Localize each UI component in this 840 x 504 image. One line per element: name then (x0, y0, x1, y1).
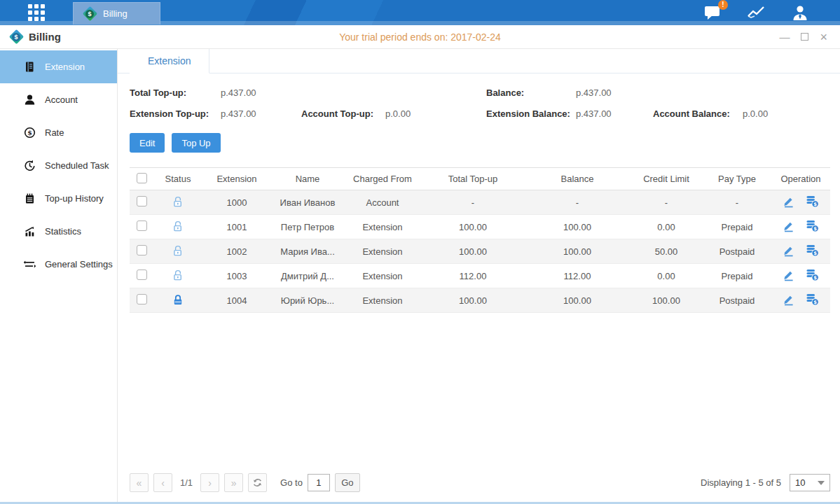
edit-row-icon[interactable] (783, 269, 794, 281)
action-buttons: Edit Top Up (130, 133, 840, 153)
next-page-button[interactable]: › (200, 473, 219, 492)
edit-button[interactable]: Edit (130, 133, 165, 153)
tab-bar: Extension (118, 49, 840, 74)
extension-table: Status Extension Name Charged From Total… (130, 167, 830, 313)
sidebar: Extension Account $ Rate Scheduled Task (0, 49, 118, 502)
account-balance-value: p.0.00 (743, 108, 830, 119)
edit-row-icon[interactable] (783, 220, 794, 232)
sidebar-item-rate[interactable]: $ Rate (0, 116, 117, 149)
taskbar-tab-billing[interactable]: $ Billing (73, 2, 160, 24)
apps-grid-icon[interactable] (0, 4, 73, 21)
total-topup-value: p.437.00 (221, 88, 301, 98)
billing-app-icon: $ (82, 6, 97, 22)
sidebar-item-general-settings[interactable]: General Settings (0, 248, 117, 281)
table-header-row: Status Extension Name Charged From Total… (130, 168, 830, 190)
user-account-icon[interactable] (790, 4, 811, 22)
minimize-icon[interactable]: — (779, 31, 790, 42)
table-row[interactable]: 1000 Иван Иванов Account - - - - (130, 190, 830, 215)
statistics-icon (23, 225, 36, 237)
pagination-bar: « ‹ 1/1 › » Go to Go (118, 473, 840, 502)
status-unlocked-icon (172, 244, 184, 257)
col-credit-limit: Credit Limit (630, 168, 703, 190)
cell-pay-type: Prepaid (703, 264, 771, 288)
maximize-icon[interactable] (801, 33, 808, 41)
cell-credit-limit: - (630, 190, 703, 215)
sidebar-item-scheduled-task[interactable]: Scheduled Task (0, 149, 117, 182)
billing-app-window: $ Billing ! (0, 0, 840, 504)
topup-history-icon (23, 192, 36, 204)
last-page-button[interactable]: » (224, 473, 243, 492)
cell-balance: 100.00 (525, 215, 630, 239)
topup-row-icon[interactable]: $ (806, 219, 819, 232)
cell-credit-limit: 0.00 (630, 215, 703, 239)
table-row[interactable]: 1002 Мария Ива... Extension 100.00 100.0… (130, 239, 830, 264)
system-topbar: $ Billing ! (0, 0, 840, 25)
cell-name: Мария Ива... (271, 239, 344, 264)
window-controls: — × (779, 31, 840, 43)
col-extension: Extension (202, 168, 271, 190)
cell-pay-type: Postpaid (703, 239, 771, 264)
cell-total-topup: 112.00 (421, 264, 525, 288)
table-row[interactable]: 1001 Петр Петров Extension 100.00 100.00… (130, 215, 830, 239)
sidebar-item-extension[interactable]: Extension (0, 50, 117, 83)
window-title: Billing (29, 31, 61, 43)
col-total-topup: Total Top-up (421, 168, 525, 190)
sidebar-item-account[interactable]: Account (0, 83, 117, 116)
extension-topup-label: Extension Top-up: (130, 108, 221, 119)
cell-total-topup: 100.00 (421, 215, 525, 239)
svg-text:$: $ (813, 202, 817, 207)
table-row[interactable]: 1004 Юрий Юрь... Extension 100.00 100.00… (130, 288, 830, 313)
table-row[interactable]: 1003 Дмитрий Д... Extension 112.00 112.0… (130, 264, 830, 288)
row-checkbox[interactable] (137, 270, 147, 280)
account-topup-label: Account Top-up: (301, 108, 385, 119)
edit-row-icon[interactable] (783, 244, 794, 257)
svg-text:$: $ (813, 226, 817, 232)
topup-button[interactable]: Top Up (172, 133, 220, 153)
row-checkbox[interactable] (137, 220, 147, 231)
account-topup-value: p.0.00 (385, 108, 486, 119)
cell-extension: 1004 (202, 288, 271, 313)
go-button[interactable]: Go (335, 473, 360, 492)
sidebar-item-label: Top-up History (45, 193, 104, 204)
refresh-button[interactable] (248, 473, 267, 492)
pager: « ‹ 1/1 › » Go to Go (130, 473, 360, 492)
line-chart-glyph (747, 5, 766, 20)
status-locked-icon (172, 293, 184, 306)
svg-text:$: $ (27, 129, 32, 136)
sidebar-item-statistics[interactable]: Statistics (0, 215, 117, 248)
edit-row-icon[interactable] (783, 195, 794, 208)
tab-extension[interactable]: Extension (130, 49, 209, 74)
statistics-chart-icon[interactable] (746, 4, 767, 22)
balance-label: Balance: (486, 88, 576, 98)
account-balance-label: Account Balance: (653, 108, 743, 119)
row-checkbox[interactable] (137, 196, 147, 206)
topup-row-icon[interactable]: $ (806, 244, 819, 257)
svg-text:$: $ (813, 251, 817, 256)
window-body: Extension Account $ Rate Scheduled Task (0, 49, 840, 502)
cell-pay-type: Postpaid (703, 288, 771, 313)
row-checkbox[interactable] (137, 245, 147, 255)
edit-row-icon[interactable] (783, 293, 794, 306)
refresh-icon (252, 477, 263, 488)
col-balance: Balance (525, 168, 630, 190)
sidebar-item-label: Extension (45, 62, 85, 72)
prev-page-button[interactable]: ‹ (153, 473, 172, 492)
page-size-select[interactable]: 10 (790, 474, 830, 491)
topup-row-icon[interactable]: $ (806, 293, 819, 306)
sidebar-item-label: Statistics (45, 226, 81, 237)
col-name: Name (271, 168, 344, 190)
cell-charged-from: Extension (344, 239, 421, 264)
messages-icon[interactable]: ! (703, 4, 724, 22)
sidebar-item-topup-history[interactable]: Top-up History (0, 182, 117, 215)
select-all-checkbox[interactable] (137, 173, 147, 183)
row-checkbox[interactable] (137, 294, 147, 304)
topup-row-icon[interactable]: $ (806, 268, 819, 281)
cell-pay-type: - (703, 190, 771, 215)
close-icon[interactable]: × (820, 31, 827, 43)
footer-right: Displaying 1 - 5 of 5 10 (701, 474, 830, 491)
extension-balance-value: p.437.00 (576, 108, 653, 119)
first-page-button[interactable]: « (130, 473, 149, 492)
rate-icon: $ (23, 127, 36, 139)
goto-page-input[interactable] (308, 474, 330, 491)
topup-row-icon[interactable]: $ (806, 195, 819, 208)
